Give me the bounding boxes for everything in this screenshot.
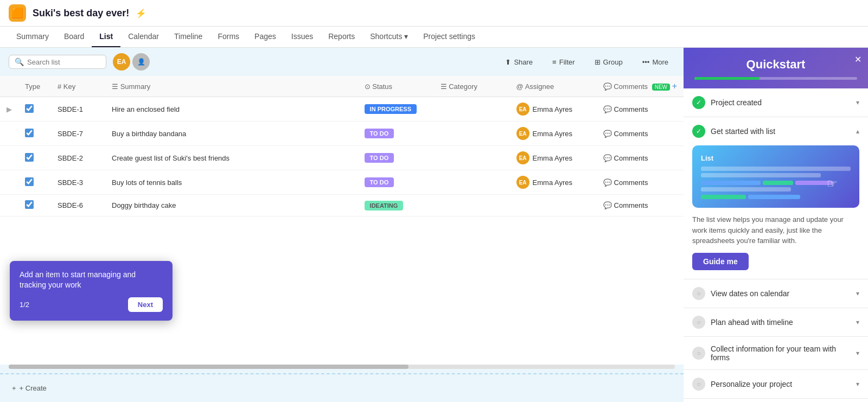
qs-item-header-calendar[interactable]: ○ View dates on calendar ▾ [684, 279, 868, 308]
tooltip-next-button[interactable]: Next [128, 297, 163, 312]
qs-preview-label: List [701, 154, 851, 162]
row-assignee: EA Emma Ayres [510, 146, 597, 170]
row-checkbox[interactable] [25, 104, 34, 113]
row-summary: Create guest list of Suki's best friends [105, 146, 358, 170]
search-box[interactable]: 🔍 [9, 55, 106, 69]
tab-shortcuts[interactable]: Shortcuts ▾ [362, 27, 416, 47]
create-button[interactable]: + + Create [9, 381, 675, 395]
comments-icon: 💬 [603, 82, 614, 91]
qs-preview-colored [701, 195, 851, 199]
quickstart-body: ✓ Project created ▾ ✓ Get started with l… [684, 88, 868, 402]
tab-timeline[interactable]: Timeline [167, 27, 210, 47]
quickstart-panel: ✕ Quickstart ✓ Project created ▾ ✓ Get s… [684, 48, 868, 402]
qs-item-title-personalize: Personalize your project [711, 380, 851, 388]
main-layout: 🔍 EA 👤 ⬆ Share ≡ Filter ⊞ Group ••• [0, 48, 868, 402]
quickstart-header: ✕ Quickstart [684, 48, 868, 88]
qs-pending-icon-forms: ○ [692, 347, 705, 360]
qs-chevron-calendar: ▾ [856, 290, 859, 297]
tab-issues[interactable]: Issues [284, 27, 321, 47]
row-category [434, 122, 510, 146]
tab-calendar[interactable]: Calendar [120, 27, 167, 47]
col-type-header: Type [18, 76, 51, 97]
row-comments[interactable]: 💬Comments [597, 146, 684, 170]
tab-list[interactable]: List [92, 27, 120, 47]
toolbar: 🔍 EA 👤 ⬆ Share ≡ Filter ⊞ Group ••• [0, 48, 684, 76]
qs-item-header-help[interactable]: ○ Find help and give feedback ▾ [684, 399, 868, 403]
status-badge: TO DO [365, 153, 394, 163]
tab-pages[interactable]: Pages [247, 27, 284, 47]
row-key: SBDE-6 [51, 195, 105, 216]
tooltip-popup: Add an item to start managing and tracki… [10, 261, 173, 321]
qs-chevron-timeline: ▾ [856, 318, 859, 326]
filter-button[interactable]: ≡ Filter [546, 55, 581, 69]
row-checkbox[interactable] [25, 153, 34, 162]
horizontal-scrollbar[interactable] [9, 365, 675, 369]
tab-board[interactable]: Board [56, 27, 92, 47]
qs-item-title-calendar: View dates on calendar [711, 289, 851, 298]
table-row: ▶ SBDE-1 Hire an enclosed field IN PROGR… [0, 97, 684, 122]
row-summary: Hire an enclosed field [105, 97, 358, 122]
qs-chevron-project-created: ▾ [856, 99, 859, 106]
col-assignee-header: @ Assignee [510, 76, 597, 97]
row-checkbox[interactable] [25, 177, 34, 186]
guide-me-button[interactable]: Guide me [692, 253, 749, 270]
qs-cursor-icon: ☞ [827, 177, 838, 191]
row-comments[interactable]: 💬Comments [597, 97, 684, 122]
table-row: SBDE-2 Create guest list of Suki's best … [0, 146, 684, 170]
row-category [434, 97, 510, 122]
row-assignee: EA Emma Ayres [510, 170, 597, 195]
topbar: 🟧 Suki's best day ever! ⚡ [0, 0, 868, 27]
col-summary-header: ☰ Summary [105, 76, 358, 97]
search-icon: 🔍 [15, 58, 24, 66]
qs-item-plan-timeline: ○ Plan ahead with timeline ▾ [684, 308, 868, 337]
avatar-gray: 👤 [132, 53, 150, 71]
qs-item-header-timeline[interactable]: ○ Plan ahead with timeline ▾ [684, 308, 868, 336]
add-column-button[interactable]: + [672, 81, 677, 91]
row-checkbox[interactable] [25, 129, 34, 137]
scrollbar-thumb [9, 365, 409, 369]
qs-preview-row [701, 187, 791, 192]
status-badge: TO DO [365, 129, 394, 138]
assignee-avatar: EA [516, 103, 529, 116]
row-comments[interactable]: 💬Comments [597, 170, 684, 195]
create-row: + + Create [0, 373, 684, 402]
group-button[interactable]: ⊞ Group [588, 55, 629, 69]
row-key: SBDE-3 [51, 170, 105, 195]
row-category [434, 146, 510, 170]
comment-icon: 💬 [603, 130, 612, 138]
row-expand-btn[interactable]: ▶ [7, 105, 12, 113]
qs-item-content-get-started: List [684, 145, 868, 279]
avatar-group: EA 👤 [113, 53, 150, 71]
project-title: Suki's best day ever! [33, 8, 129, 19]
assignee-avatar: EA [516, 176, 529, 189]
qs-done-icon: ✓ [692, 96, 705, 109]
qs-item-header-project-created[interactable]: ✓ Project created ▾ [684, 88, 868, 117]
row-comments[interactable]: 💬Comments [597, 195, 684, 216]
qs-item-title-project-created: Project created [711, 98, 851, 107]
assignee-avatar: EA [516, 127, 529, 140]
qs-item-header-get-started[interactable]: ✓ Get started with list ▴ [684, 117, 868, 145]
tab-reports[interactable]: Reports [321, 27, 362, 47]
row-comments[interactable]: 💬Comments [597, 122, 684, 146]
quickstart-close-button[interactable]: ✕ [854, 54, 861, 65]
table-row: SBDE-7 Buy a birthday bandana TO DO EA E… [0, 122, 684, 146]
tab-forms[interactable]: Forms [210, 27, 247, 47]
tab-project-settings[interactable]: Project settings [416, 27, 483, 47]
comment-icon: 💬 [603, 178, 612, 187]
qs-item-project-created: ✓ Project created ▾ [684, 88, 868, 117]
qs-item-title-forms: Collect information for your team with f… [711, 344, 851, 362]
qs-item-personalize-project: ○ Personalize your project ▾ [684, 370, 868, 399]
tab-summary[interactable]: Summary [9, 27, 56, 47]
status-badge: IDEATING [365, 201, 404, 210]
tooltip-title: Add an item to start managing and tracki… [20, 270, 163, 291]
share-button[interactable]: ⬆ Share [499, 55, 539, 69]
row-key: SBDE-7 [51, 122, 105, 146]
row-category [434, 170, 510, 195]
search-input[interactable] [27, 58, 92, 66]
qs-item-header-personalize[interactable]: ○ Personalize your project ▾ [684, 370, 868, 398]
quickstart-progress-fill [694, 77, 760, 80]
qs-item-header-forms[interactable]: ○ Collect information for your team with… [684, 337, 868, 369]
more-button[interactable]: ••• More [636, 55, 675, 69]
row-checkbox[interactable] [25, 200, 34, 209]
new-badge: NEW [652, 84, 670, 91]
